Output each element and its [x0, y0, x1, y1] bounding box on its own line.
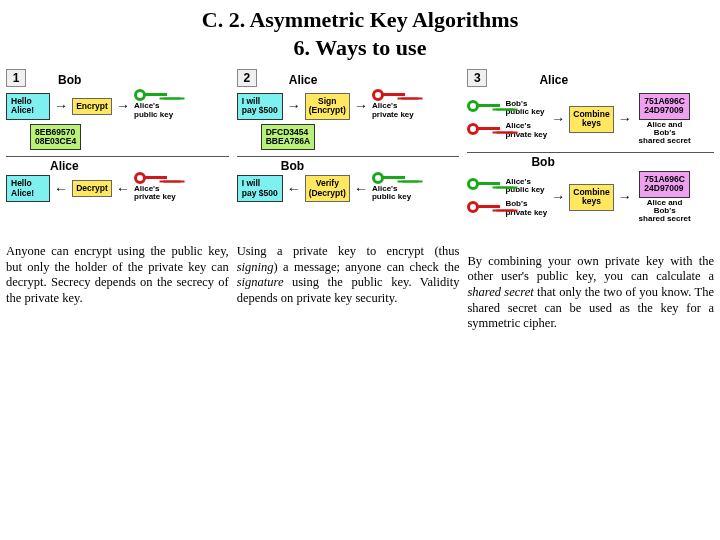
key-green-icon [467, 178, 501, 190]
panel-1-number: 1 [6, 69, 26, 87]
arrow-icon: → [353, 98, 369, 114]
panel-1-public-key: Alice's public key [134, 93, 173, 119]
divider [467, 152, 714, 153]
arrow-icon: ← [115, 181, 131, 197]
arrow-icon: ← [53, 181, 69, 197]
panel-1-encrypt-box: Encrypt [72, 98, 112, 115]
panel-1-plaintext-bottom: Hello Alice! [6, 175, 50, 202]
panel-3-combine-box-top: Combine keys [569, 106, 613, 133]
panel-3-secret-bottom: 751A696C 24D97009 [639, 171, 690, 198]
panel-3-caption: By combining your own private key with t… [467, 254, 714, 332]
panel-3-bob-public-key: Bob's public key [467, 100, 547, 117]
panel-2-plaintext-top: I will pay $500 [237, 93, 283, 120]
columns: 1 Bob Hello Alice! → Encrypt → Alice's p… [0, 61, 720, 332]
divider [237, 156, 460, 157]
key-red-icon [134, 172, 168, 184]
panel-2-plaintext-bottom: I will pay $500 [237, 175, 283, 202]
arrow-icon: → [115, 98, 131, 114]
panel-3-alice-public-key: Alice's public key [467, 178, 547, 195]
panel-1-ciphertext: 8EB69570 08E03CE4 [30, 124, 81, 151]
title-line-1: C. 2. Asymmetric Key Algorithms [0, 6, 720, 34]
arrow-icon: → [617, 189, 633, 205]
key-green-icon [134, 89, 168, 101]
panel-2-sign-box: Sign (Encrypt) [305, 93, 350, 120]
panel-3-secret-label-top: Alice and Bob's shared secret [636, 121, 694, 146]
panel-1-owner-top: Bob [58, 73, 81, 87]
divider [6, 156, 229, 157]
arrow-icon: → [550, 189, 566, 205]
key-red-icon [467, 123, 501, 135]
arrow-icon: ← [286, 181, 302, 197]
panel-2-owner-top: Alice [289, 73, 318, 87]
key-red-icon [372, 89, 406, 101]
arrow-icon: ← [353, 181, 369, 197]
key-green-icon [372, 172, 406, 184]
slide-title: C. 2. Asymmetric Key Algorithms 6. Ways … [0, 0, 720, 61]
panel-3-combine-box-bottom: Combine keys [569, 184, 613, 211]
title-line-2: 6. Ways to use [0, 34, 720, 62]
panel-1-private-key: Alice's private key [134, 176, 176, 202]
arrow-icon: → [286, 98, 302, 114]
panel-2-public-key: Alice's public key [372, 176, 411, 202]
panel-1: 1 Bob Hello Alice! → Encrypt → Alice's p… [6, 69, 229, 332]
panel-1-caption: Anyone can encrypt using the public key,… [6, 244, 229, 307]
panel-2-owner-bottom: Bob [281, 159, 460, 173]
panel-2-number: 2 [237, 69, 257, 87]
panel-3-number: 3 [467, 69, 487, 87]
panel-2-signature: DFCD3454 BBEA786A [261, 124, 315, 151]
panel-3: 3 Alice Bob's public key Alice's private… [467, 69, 714, 332]
panel-3-secret-label-bottom: Alice and Bob's shared secret [636, 199, 694, 224]
panel-2-caption: Using a private key to encrypt (thus sig… [237, 244, 460, 307]
panel-2: 2 Alice I will pay $500 → Sign (Encrypt)… [237, 69, 460, 332]
panel-1-decrypt-box: Decrypt [72, 180, 112, 197]
panel-2-verify-box: Verify (Decrypt) [305, 175, 350, 202]
panel-3-alice-private-key: Alice's private key [467, 122, 547, 139]
panel-1-plaintext-top: Hello Alice! [6, 93, 50, 120]
panel-3-owner-bottom: Bob [531, 155, 714, 169]
arrow-icon: → [617, 111, 633, 127]
arrow-icon: → [550, 111, 566, 127]
panel-3-secret-top: 751A696C 24D97009 [639, 93, 690, 120]
arrow-icon: → [53, 98, 69, 114]
panel-2-private-key: Alice's private key [372, 93, 414, 119]
key-green-icon [467, 100, 501, 112]
panel-3-bob-private-key: Bob's private key [467, 200, 547, 217]
panel-3-owner-top: Alice [539, 73, 568, 87]
key-red-icon [467, 201, 501, 213]
